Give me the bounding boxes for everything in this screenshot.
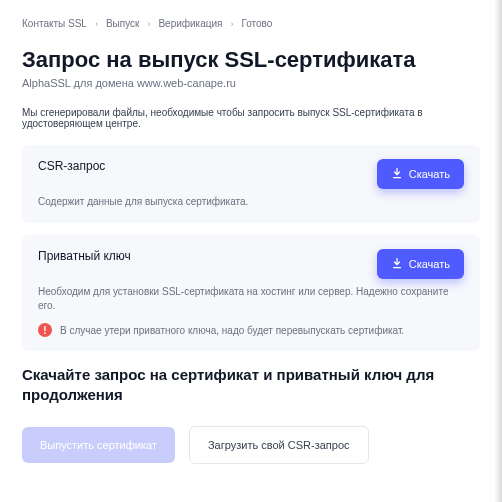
chevron-right-icon: › — [231, 19, 234, 29]
breadcrumb-item[interactable]: Выпуск — [106, 18, 140, 29]
warning-icon: ! — [38, 323, 52, 337]
page-title: Запрос на выпуск SSL-сертификата — [22, 47, 480, 73]
csr-card-desc: Содержит данные для выпуска сертификата. — [38, 195, 464, 209]
issue-certificate-button[interactable]: Выпустить сертификат — [22, 427, 175, 463]
page-subtitle: AlphaSSL для домена www.web-canape.ru — [22, 77, 480, 89]
private-key-warning-text: В случае утери приватного ключа, надо бу… — [60, 325, 404, 336]
continue-heading: Скачайте запрос на сертификат и приватны… — [22, 365, 480, 406]
private-key-card: Приватный ключ Скачать Необходим для уст… — [22, 235, 480, 351]
download-csr-button[interactable]: Скачать — [377, 159, 464, 189]
private-key-card-desc: Необходим для установки SSL-сертификата … — [38, 285, 464, 313]
upload-csr-button[interactable]: Загрузить свой CSR-запрос — [189, 426, 369, 464]
breadcrumb-item[interactable]: Контакты SSL — [22, 18, 87, 29]
chevron-right-icon: › — [147, 19, 150, 29]
breadcrumb-item[interactable]: Верификация — [158, 18, 222, 29]
download-key-button[interactable]: Скачать — [377, 249, 464, 279]
csr-card: CSR-запрос Скачать Содержит данные для в… — [22, 145, 480, 223]
actions-row: Выпустить сертификат Загрузить свой CSR-… — [22, 426, 480, 464]
intro-text: Мы сгенерировали файлы, необходимые чтоб… — [22, 107, 480, 129]
csr-card-title: CSR-запрос — [38, 159, 105, 173]
private-key-warning: ! В случае утери приватного ключа, надо … — [38, 323, 464, 337]
breadcrumb-item[interactable]: Готово — [242, 18, 273, 29]
decorative-shadow — [494, 0, 502, 502]
download-csr-label: Скачать — [409, 168, 450, 180]
download-icon — [391, 167, 403, 181]
download-key-label: Скачать — [409, 258, 450, 270]
private-key-card-title: Приватный ключ — [38, 249, 131, 263]
chevron-right-icon: › — [95, 19, 98, 29]
download-icon — [391, 257, 403, 271]
breadcrumb: Контакты SSL › Выпуск › Верификация › Го… — [22, 18, 480, 29]
